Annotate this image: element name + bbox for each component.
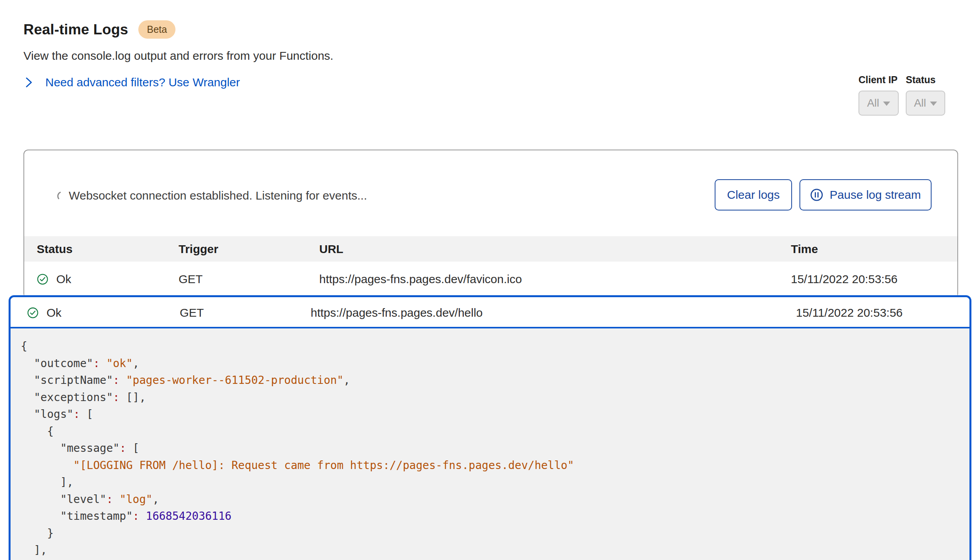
code-line: ], [21,542,969,559]
page-header: Real-time Logs Beta [23,20,175,39]
column-header-trigger: Trigger [179,236,218,262]
code-line: "[LOGGING FROM /hello]: Request came fro… [21,457,969,474]
row-time: 15/11/2022 20:53:56 [796,297,903,328]
log-stream-card: Websocket connection established. Listen… [23,150,958,298]
row-url: https://pages-fns.pages.dev/hello [311,297,483,328]
row-trigger: GET [180,297,204,328]
log-json: { "outcome": "ok", "scriptName": "pages-… [11,328,969,559]
code-line: } [21,525,969,542]
column-header-status: Status [37,236,73,262]
client-ip-filter-value: All [867,97,879,109]
pause-log-stream-button[interactable]: Pause log stream [799,179,932,210]
code-line: "level": "log", [21,491,969,508]
row-url: https://pages-fns.pages.dev/favicon.ico [319,262,522,297]
client-ip-filter-label: Client IP [858,74,898,86]
code-line: "outcome": "ok", [21,355,969,372]
expanded-table-row[interactable]: Ok GET https://pages-fns.pages.dev/hello… [11,297,969,328]
pause-log-stream-label: Pause log stream [830,188,921,202]
row-time: 15/11/2022 20:53:56 [791,262,898,297]
code-line: "exceptions": [], [21,389,969,406]
clear-logs-button[interactable]: Clear logs [715,179,792,210]
chevron-down-icon [883,102,890,106]
code-line: ], [21,474,969,491]
page-title: Real-time Logs [23,21,128,38]
row-status: Ok [56,273,71,286]
code-line: "timestamp": 1668542036116 [21,508,969,525]
websocket-status-message: Websocket connection established. Listen… [69,189,367,202]
status-filter-dropdown[interactable]: All [906,91,945,116]
log-table-header: Status Trigger URL Time [24,236,957,262]
check-circle-icon [37,273,48,285]
row-status-cell: Ok [27,297,61,328]
row-trigger: GET [179,262,203,297]
page-subtitle: View the console.log output and errors f… [23,49,333,62]
status-filter-label: Status [906,74,935,86]
code-line: { [21,423,969,440]
spinner-icon [56,190,67,203]
code-line: "message": [ [21,440,969,457]
column-header-url: URL [319,236,343,262]
chevron-right-icon [25,76,34,89]
wrangler-filters-link[interactable]: Need advanced filters? Use Wrangler [25,76,240,89]
wrangler-link-label: Need advanced filters? Use Wrangler [45,76,240,89]
pause-icon [810,188,823,202]
row-status-cell: Ok [37,262,71,297]
chevron-down-icon [930,102,937,106]
check-circle-icon [27,307,39,319]
code-line: { [21,338,969,355]
expanded-log-entry: Ok GET https://pages-fns.pages.dev/hello… [9,295,971,560]
realtime-logs-page: Real-time Logs Beta View the console.log… [0,0,980,560]
beta-badge: Beta [138,20,175,39]
clear-logs-label: Clear logs [727,188,780,202]
status-filter-value: All [914,97,926,109]
column-header-time: Time [791,236,818,262]
code-line: "logs": [ [21,406,969,423]
code-line: "scriptName": "pages-worker--611502-prod… [21,372,969,389]
client-ip-filter-dropdown[interactable]: All [858,91,899,116]
row-status: Ok [46,306,61,319]
table-row[interactable]: Ok GET https://pages-fns.pages.dev/favic… [24,262,957,297]
